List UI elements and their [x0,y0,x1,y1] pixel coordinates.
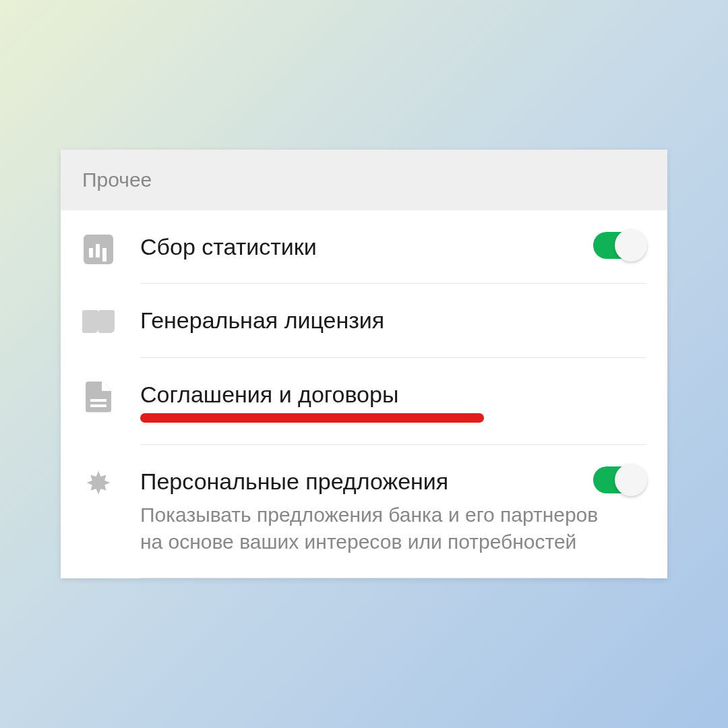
item-label: Персональные предложения [140,466,646,496]
item-label: Соглашения и договоры [140,380,646,409]
book-icon [82,307,115,339]
settings-item-agreements[interactable]: Соглашения и договоры [61,358,667,445]
toggle-statistics[interactable] [593,232,646,259]
item-label: Сбор статистики [140,232,646,262]
settings-item-personal-offers[interactable]: Персональные предложения Показывать пред… [61,445,667,578]
item-label: Генеральная лицензия [140,305,646,335]
burst-icon [82,468,115,500]
item-subtitle: Показывать предложения банка и его партн… [140,502,646,556]
settings-card: Прочее Сбор статистики Генеральная лицен… [61,150,667,578]
stats-icon [82,233,115,266]
toggle-personal-offers[interactable] [593,466,646,493]
highlight-underline [140,413,484,423]
settings-item-statistics[interactable]: Сбор статистики [61,210,667,284]
section-header: Прочее [61,150,667,210]
document-icon [82,381,115,413]
settings-item-license[interactable]: Генеральная лицензия [61,284,667,357]
